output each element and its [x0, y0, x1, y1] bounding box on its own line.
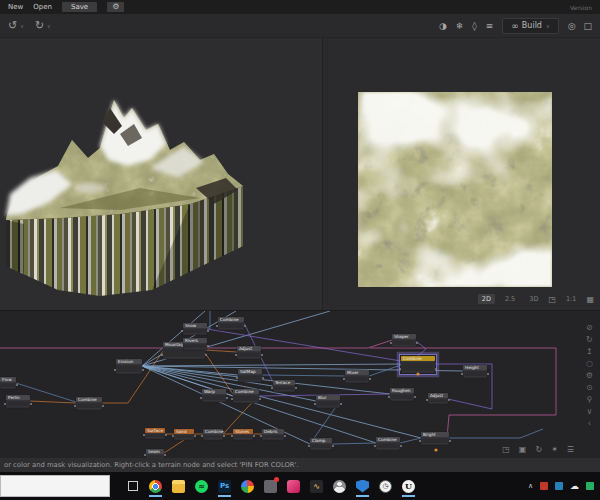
- shield-app-icon[interactable]: [354, 475, 371, 497]
- graph-node[interactable]: Perlin: [4, 395, 32, 408]
- save-button[interactable]: Save: [62, 2, 97, 12]
- open-button[interactable]: Open: [33, 3, 52, 11]
- dark-app-icon[interactable]: ∿: [308, 475, 325, 497]
- graph-node[interactable]: Sand: [172, 429, 196, 440]
- menu-icon[interactable]: ☰: [567, 445, 574, 454]
- terrain-editor-window: New Open Save ⚙ Version ↺ ∨ ↻ ∨ ◑❄◊≡ ∞ B…: [0, 0, 600, 500]
- graph-node[interactable]: Terrace: [271, 380, 297, 392]
- file-explorer-icon[interactable]: [170, 475, 187, 497]
- water-icon[interactable]: ◊: [472, 21, 476, 31]
- graph-node[interactable]: Warp: [200, 389, 228, 402]
- graph-node[interactable]: Combine: [74, 397, 104, 410]
- reset-icon[interactable]: ↻: [535, 445, 542, 454]
- node-title: Seam: [148, 449, 160, 454]
- fit-view-icon[interactable]: ◳: [548, 295, 556, 304]
- graph-wire: [369, 365, 401, 376]
- link-icon[interactable]: ⊙: [586, 383, 593, 392]
- node-title: Roughen: [392, 388, 411, 393]
- graph-node[interactable]: Adjust: [426, 393, 450, 404]
- graph-node[interactable]: Shaper: [390, 334, 418, 347]
- view-mode-3d[interactable]: 3D: [525, 294, 542, 304]
- graph-node[interactable]: Flow: [0, 377, 18, 389]
- pinwheel-app-icon[interactable]: [239, 475, 256, 497]
- node-title: Flow: [2, 377, 12, 382]
- disable-icon[interactable]: ⊘: [586, 323, 593, 332]
- graph-node[interactable]: Combine: [216, 317, 246, 330]
- overlap-icon[interactable]: ▣: [519, 445, 527, 454]
- viewport-3d[interactable]: [0, 38, 322, 310]
- unreal-engine-icon[interactable]: U: [400, 475, 417, 497]
- undo-icon[interactable]: ↺: [8, 19, 17, 32]
- spotify-icon[interactable]: ≈: [193, 475, 210, 497]
- graph-node[interactable]: Erosion: [114, 359, 144, 374]
- viewport-2d[interactable]: 2D2.53D◳1:1▦: [323, 38, 600, 310]
- node-graph-canvas[interactable]: FlowPerlinCombineErosionMountainSnowRive…: [0, 311, 600, 459]
- build-button[interactable]: ∞ Build ∨: [502, 18, 558, 34]
- node-title: Terrace: [274, 380, 291, 385]
- graph-node[interactable]: Surface: [143, 428, 167, 439]
- tray-cloud-icon[interactable]: ☁: [570, 481, 579, 491]
- graph-node[interactable]: Debris: [260, 429, 286, 440]
- tray-green-icon[interactable]: [586, 482, 594, 490]
- tray-expand-caret[interactable]: ∧: [528, 482, 533, 490]
- pink-app-icon[interactable]: [285, 475, 302, 497]
- tray-red-icon[interactable]: [540, 482, 548, 490]
- node-title: Stones: [235, 429, 249, 434]
- gear-icon[interactable]: ⚙: [586, 371, 593, 380]
- record-icon[interactable]: ◎: [568, 21, 576, 31]
- graph-wire: [332, 443, 376, 444]
- node-title: Blur: [318, 395, 327, 400]
- view-mode-2d[interactable]: 2D: [478, 294, 495, 304]
- new-button[interactable]: New: [8, 3, 23, 11]
- graph-node[interactable]: SatMap: [236, 369, 264, 382]
- graph-node[interactable]: Adjust: [235, 346, 263, 359]
- graph-node[interactable]: Bright: [419, 432, 451, 445]
- taskbar-search-input[interactable]: [0, 475, 110, 497]
- graph-node[interactable]: Roughen: [388, 388, 416, 401]
- graph-wire: [262, 375, 345, 376]
- graph-node[interactable]: Combine: [201, 429, 225, 440]
- node-graph-panel[interactable]: FlowPerlinCombineErosionMountainSnowRive…: [0, 310, 600, 458]
- contrast-icon[interactable]: ◑: [439, 21, 447, 31]
- graph-node[interactable]: Combine: [374, 437, 402, 450]
- chevron-left-icon[interactable]: ‹: [588, 419, 591, 428]
- frame-icon[interactable]: □: [583, 21, 592, 31]
- pin-icon[interactable]: ⚲: [586, 395, 592, 404]
- task-view-button[interactable]: [124, 475, 141, 497]
- pin-marker[interactable]: [434, 448, 437, 451]
- graph-node[interactable]: Clamp: [308, 438, 334, 450]
- graph-node[interactable]: Snow: [181, 323, 209, 335]
- graph-node[interactable]: Blur: [314, 395, 342, 408]
- circle-icon[interactable]: ○: [586, 359, 593, 368]
- tile-view-icon[interactable]: ▦: [586, 295, 594, 304]
- notification-app-icon[interactable]: [262, 475, 279, 497]
- chevron-down-icon[interactable]: ∨: [586, 407, 592, 416]
- tray-blue-icon[interactable]: [555, 482, 563, 490]
- node-title: Sand: [176, 429, 187, 434]
- snow-icon[interactable]: ❄: [456, 21, 464, 31]
- graph-node[interactable]: Rivers: [181, 338, 209, 350]
- view-mode-2.5[interactable]: 2.5: [501, 294, 519, 304]
- layers-icon[interactable]: ≡: [486, 21, 494, 31]
- photoshop-icon[interactable]: Ps: [216, 475, 233, 497]
- pin-marker[interactable]: [416, 372, 419, 375]
- version-label: Version: [570, 4, 592, 11]
- redo-icon[interactable]: ↻: [35, 19, 44, 32]
- graph-node[interactable]: Stones: [231, 429, 255, 440]
- build-caret-icon[interactable]: ∨: [546, 23, 550, 29]
- refresh-icon[interactable]: ↻: [586, 335, 593, 344]
- terrain-2d-map[interactable]: [358, 92, 552, 287]
- settings-gear-icon[interactable]: ⚙: [107, 2, 124, 12]
- graph-node[interactable]: Combine: [231, 389, 261, 403]
- graph-node[interactable]: Height: [461, 365, 489, 378]
- export-icon[interactable]: ↥: [586, 347, 593, 356]
- clock-app-icon[interactable]: ◷: [377, 475, 394, 497]
- fit-view-icon[interactable]: ◳: [502, 445, 510, 454]
- user-app-icon[interactable]: [331, 475, 348, 497]
- undo-caret-icon[interactable]: ∨: [20, 23, 24, 29]
- graph-node[interactable]: Mixer: [343, 370, 371, 383]
- one-to-one-button[interactable]: 1:1: [562, 294, 580, 304]
- redo-caret-icon[interactable]: ∨: [47, 23, 51, 29]
- chrome-icon[interactable]: [147, 475, 164, 497]
- star-icon[interactable]: ✶: [551, 445, 558, 454]
